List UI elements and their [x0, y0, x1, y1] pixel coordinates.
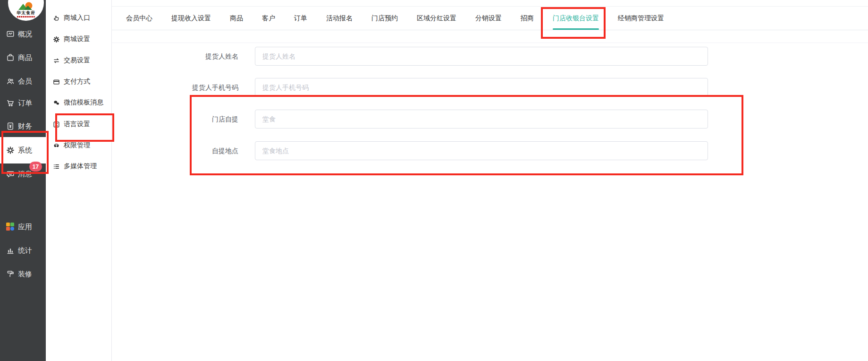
sidebar-item-finance[interactable]: 财务	[0, 115, 46, 138]
sidebar-item-label: 消息	[18, 170, 32, 179]
form-row-pickup-phone: 提货人手机号码	[0, 78, 868, 97]
tab-store-cashier[interactable]: 门店收银台设置	[553, 7, 599, 30]
menu-item-label: 交易设置	[64, 56, 90, 65]
system-gear-icon	[6, 146, 15, 155]
pickup-location-input[interactable]	[255, 141, 708, 160]
menu-item-label: 多媒体管理	[64, 162, 97, 171]
menu-item-label: 权限管理	[64, 141, 90, 150]
sidebar-item-label: 装修	[18, 270, 32, 279]
menu-item-mall-settings[interactable]: 商城设置	[46, 32, 112, 47]
menu-item-label: 支付方式	[64, 77, 90, 86]
mall-settings-icon	[53, 36, 60, 43]
orders-icon	[6, 99, 15, 107]
tab-orders[interactable]: 订单	[294, 7, 307, 30]
goods-icon	[6, 53, 15, 62]
sidebar-item-label: 应用	[18, 223, 32, 232]
tab-investment[interactable]: 招商	[521, 7, 534, 30]
sidebar-item-label: 系统	[18, 146, 32, 155]
sidebar-item-decorate[interactable]: 装修	[0, 263, 46, 285]
brand-logo[interactable]: 华太食府	[8, 0, 44, 21]
store-pickup-input[interactable]	[255, 110, 708, 129]
sidebar-item-members[interactable]: 会员	[0, 70, 46, 93]
menu-item-payment[interactable]: 支付方式	[46, 74, 112, 89]
sidebar-item-stats[interactable]: 统计	[0, 239, 46, 262]
tab-withdraw-income[interactable]: 提现收入设置	[171, 7, 211, 30]
apps-icon	[6, 223, 15, 231]
stats-icon	[6, 246, 15, 255]
tab-customers[interactable]: 客户	[262, 7, 275, 30]
form-row-pickup-name: 提货人姓名	[0, 47, 868, 66]
tab-activity-signup[interactable]: 活动报名	[326, 7, 353, 30]
pickup-phone-input[interactable]	[255, 78, 708, 97]
trade-settings-icon	[53, 57, 60, 64]
menu-item-mall-entry[interactable]: 商城入口	[46, 10, 112, 26]
messages-icon	[6, 170, 15, 178]
brand-logo-icon	[17, 2, 35, 10]
tab-goods[interactable]: 商品	[230, 7, 243, 30]
pickup-location-label: 自提地点	[142, 141, 238, 160]
menu-item-permissions[interactable]: 权限管理	[46, 138, 112, 153]
menu-item-label: 微信模板消息	[64, 98, 103, 107]
system-badge: 17	[29, 162, 42, 172]
menu-item-wechat-template[interactable]: 微信模板消息	[46, 95, 112, 110]
form-row-store-pickup: 门店自提	[0, 110, 868, 129]
pickup-phone-label: 提货人手机号码	[142, 78, 238, 97]
sidebar-item-label: 统计	[18, 246, 32, 255]
sidebar-item-label: 概况	[18, 30, 32, 39]
tab-store-booking[interactable]: 门店预约	[371, 7, 398, 30]
menu-item-media[interactable]: 多媒体管理	[46, 159, 112, 174]
mall-entry-icon	[53, 15, 60, 22]
sidebar-item-label: 订单	[18, 99, 32, 108]
form-row-pickup-location: 自提地点	[0, 141, 868, 160]
pickup-name-label: 提货人姓名	[142, 47, 238, 66]
app-window: 华太食府 概况 商品 会员 订单 财务 系统 消息	[0, 0, 868, 361]
tab-region-dividend[interactable]: 区域分红设置	[417, 7, 456, 30]
sidebar-item-label: 会员	[18, 77, 32, 86]
secondary-menu: 商城入口 商城设置 交易设置 支付方式 微信模板消息 语言设置 权限管理 多媒	[46, 0, 112, 361]
menu-item-trade-settings[interactable]: 交易设置	[46, 53, 112, 68]
payment-icon	[53, 78, 60, 86]
tab-dealer-management[interactable]: 经销商管理设置	[618, 7, 664, 30]
primary-sidebar: 华太食府 概况 商品 会员 订单 财务 系统 消息	[0, 0, 46, 361]
finance-icon	[6, 122, 15, 130]
sidebar-item-goods[interactable]: 商品	[0, 46, 46, 69]
sidebar-item-orders[interactable]: 订单	[0, 92, 46, 114]
store-pickup-label: 门店自提	[142, 110, 238, 129]
menu-item-label: 商城入口	[64, 14, 90, 22]
language-icon	[53, 121, 60, 128]
sidebar-item-label: 商品	[18, 53, 32, 62]
tab-distribution[interactable]: 分销设置	[475, 7, 502, 30]
sidebar-item-apps[interactable]: 应用	[0, 215, 46, 238]
menu-item-label: 语言设置	[64, 120, 90, 129]
media-icon	[53, 163, 60, 170]
menu-item-language[interactable]: 语言设置	[46, 117, 112, 132]
wechat-template-icon	[53, 99, 60, 106]
sidebar-item-overview[interactable]: 概况	[0, 23, 46, 45]
overview-icon	[6, 30, 15, 38]
members-icon	[6, 77, 15, 86]
brand-name: 华太食府	[17, 10, 35, 16]
tab-member-center[interactable]: 会员中心	[126, 7, 152, 30]
permissions-icon	[53, 142, 60, 149]
pickup-name-input[interactable]	[255, 47, 708, 66]
sidebar-item-system[interactable]: 系统	[0, 137, 46, 163]
decorate-icon	[6, 270, 15, 278]
sidebar-item-label: 财务	[18, 122, 32, 131]
divider	[112, 43, 868, 43]
tab-bar: 会员中心 提现收入设置 商品 客户 订单 活动报名 门店预约 区域分红设置 分销…	[112, 6, 868, 30]
menu-item-label: 商城设置	[64, 35, 90, 43]
brand-tagline-strip	[17, 16, 35, 17]
